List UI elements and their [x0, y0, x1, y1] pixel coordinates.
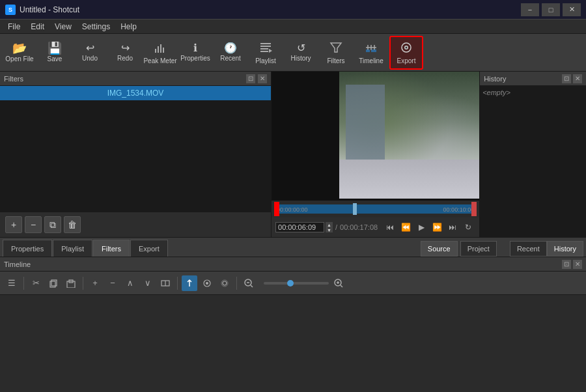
loop-button[interactable]: ↻ [461, 220, 475, 234]
timecode-display: ▲ ▼ / 00:00:17:08 [275, 222, 378, 232]
filters-delete-button[interactable]: 🗑 [64, 216, 81, 233]
maximize-button[interactable]: □ [542, 3, 560, 16]
timeline-header: Timeline ⊡ ✕ [0, 257, 586, 272]
recent-button[interactable]: 🕐 Recent [214, 36, 247, 70]
svg-rect-14 [366, 49, 370, 52]
timeline-section: Timeline ⊡ ✕ ☰ ✂ + − ∧ ∨ [0, 257, 586, 295]
timeline-icon [365, 41, 378, 56]
tl-separator-2 [83, 277, 83, 290]
tab-properties[interactable]: Properties [3, 240, 52, 257]
recent-icon: 🕐 [224, 43, 237, 53]
timeline-zoom-out-button[interactable] [241, 275, 257, 291]
video-thumbnail [339, 72, 479, 199]
minimize-button[interactable]: − [521, 3, 539, 16]
redo-icon: ↪ [121, 43, 130, 53]
progress-end-time: 00:00:10:00 [443, 206, 475, 213]
step-back-button[interactable]: ⏪ [398, 220, 413, 234]
tab-playlist[interactable]: Playlist [53, 240, 92, 257]
street-shape [339, 160, 479, 199]
timeline-zoom-in-button[interactable] [331, 275, 346, 291]
tab-filters[interactable]: Filters [93, 240, 130, 257]
redo-label: Redo [117, 55, 133, 62]
filters-copy-button[interactable]: ⧉ [44, 216, 61, 233]
history-panel: History ⊡ ✕ <empty> [479, 72, 586, 237]
filters-remove-button[interactable]: − [25, 216, 42, 233]
timeline-cut-button[interactable]: ✂ [28, 275, 44, 291]
menu-view[interactable]: View [49, 21, 77, 33]
filters-button[interactable]: Filters [319, 36, 353, 70]
menu-file[interactable]: File [3, 21, 25, 33]
tl-separator-3 [177, 277, 178, 290]
filters-float-button[interactable]: ⊡ [246, 74, 255, 83]
panel-tab-history[interactable]: History [547, 241, 583, 257]
timeline-split-button[interactable] [158, 275, 173, 291]
timeline-remove-button[interactable]: − [105, 275, 120, 291]
timeline-menu-button[interactable]: ☰ [4, 275, 20, 291]
timecode-down-button[interactable]: ▼ [326, 227, 333, 232]
filters-bottom-controls: + − ⧉ 🗑 [0, 212, 271, 237]
filters-close-button[interactable]: ✕ [258, 74, 267, 83]
save-button[interactable]: 💾 Save [38, 36, 72, 70]
properties-button[interactable]: ℹ Properties [178, 36, 212, 70]
timecode-input[interactable] [275, 222, 324, 232]
filters-header-controls: ⊡ ✕ [246, 74, 267, 83]
panel-tabs: Recent History [510, 241, 583, 257]
filters-file-row[interactable]: IMG_1534.MOV [0, 86, 271, 100]
progress-track[interactable]: 00:00:00:00 00:00:10:00 [274, 204, 477, 214]
video-progress-bar[interactable]: 00:00:00:00 00:00:10:00 [272, 201, 479, 217]
timeline-ripple-button[interactable] [217, 275, 232, 291]
history-float-button[interactable]: ⊡ [562, 74, 571, 83]
peak-meter-label: Peak Meter [143, 57, 176, 64]
timeline-float-button[interactable]: ⊡ [562, 260, 571, 269]
source-project-tabs: Source Project [421, 241, 497, 257]
peak-meter-button[interactable]: Peak Meter [143, 36, 177, 70]
history-panel-title: History [484, 75, 506, 83]
close-button[interactable]: ✕ [563, 3, 581, 16]
export-button[interactable]: Export [389, 36, 423, 70]
right-area-tabs: Source Project Recent History [421, 241, 586, 257]
filters-icon [329, 41, 342, 56]
svg-rect-15 [371, 49, 376, 52]
tab-source[interactable]: Source [421, 241, 458, 257]
tl-separator-1 [23, 277, 24, 290]
tab-project[interactable]: Project [460, 241, 497, 257]
menu-help[interactable]: Help [115, 21, 142, 33]
filters-add-button[interactable]: + [5, 216, 22, 233]
timecode-up-button[interactable]: ▲ [326, 222, 333, 227]
svg-rect-19 [50, 281, 55, 287]
timeline-snap-button[interactable] [182, 275, 197, 291]
menu-edit[interactable]: Edit [25, 21, 49, 33]
go-to-end-button[interactable]: ⏭ [445, 220, 460, 234]
zoom-slider[interactable] [264, 282, 329, 285]
timeline-button[interactable]: Timeline [354, 36, 388, 70]
timeline-scrub-button[interactable] [199, 275, 215, 291]
playlist-button[interactable]: Playlist [249, 36, 283, 70]
svg-rect-1 [158, 46, 159, 53]
timeline-overwrite-button[interactable]: ∨ [140, 275, 156, 291]
undo-label: Undo [82, 55, 98, 62]
svg-rect-3 [163, 48, 164, 53]
redo-button[interactable]: ↪ Redo [108, 36, 142, 70]
undo-button[interactable]: ↩ Undo [73, 36, 107, 70]
save-icon: 💾 [48, 42, 62, 54]
play-button[interactable]: ▶ [414, 220, 428, 234]
timeline-lift-button[interactable]: ∧ [122, 275, 138, 291]
playback-controls: ⏮ ⏪ ▶ ⏩ ⏭ ↻ [383, 220, 475, 234]
total-time: 00:00:17:08 [340, 223, 378, 231]
go-to-start-button[interactable]: ⏮ [383, 220, 397, 234]
panel-tab-recent[interactable]: Recent [510, 241, 547, 257]
step-forward-button[interactable]: ⏩ [430, 220, 444, 234]
tab-export[interactable]: Export [130, 240, 168, 257]
history-button[interactable]: ↺ History [284, 36, 318, 70]
menu-settings[interactable]: Settings [77, 21, 115, 33]
filters-preview-area [0, 100, 271, 212]
timeline-copy-button[interactable] [46, 275, 61, 291]
peak-meter-icon [154, 41, 167, 56]
timeline-paste-button[interactable] [63, 275, 79, 291]
history-close-button[interactable]: ✕ [573, 74, 582, 83]
open-file-button[interactable]: 📂 Open File [3, 36, 36, 70]
toolbar: 📂 Open File 💾 Save ↩ Undo ↪ Redo Peak Me… [0, 34, 586, 72]
timeline-close-button[interactable]: ✕ [573, 260, 582, 269]
title-bar-left: S Untitled - Shotcut [5, 5, 79, 15]
timeline-add-button[interactable]: + [87, 275, 103, 291]
